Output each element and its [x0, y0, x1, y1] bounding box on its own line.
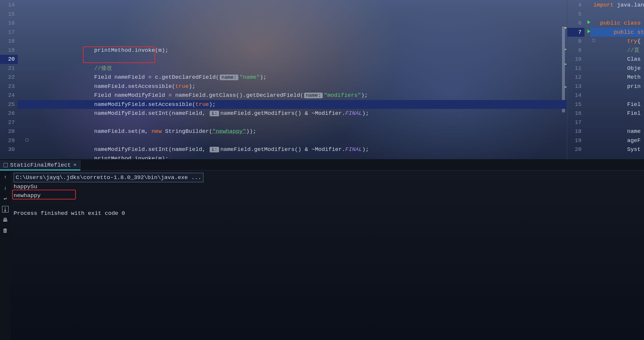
code-row[interactable]: public stati	[590, 28, 644, 37]
right-gutter[interactable]: 4567891011121314151617181920	[567, 0, 584, 159]
line-number[interactable]: 30	[0, 145, 18, 154]
console-line-highlighted: newhappy	[14, 192, 41, 199]
code-row[interactable]: printMethod.invoke(m);	[18, 46, 567, 55]
code-row[interactable]: Field nameField = c.getDeclaredField(nam…	[18, 73, 567, 82]
line-number[interactable]: 5	[567, 10, 584, 19]
editor-split: 1415161718192021222324252627282930 print…	[0, 0, 644, 159]
line-number[interactable]: 19	[567, 136, 584, 145]
line-number[interactable]: 14	[0, 1, 18, 10]
line-number[interactable]: 22	[0, 73, 18, 82]
clear-icon[interactable]: 🗑	[2, 227, 9, 234]
code-row[interactable]	[18, 118, 567, 127]
line-number[interactable]: 11	[567, 64, 584, 73]
line-number[interactable]: 20	[0, 55, 18, 64]
print-icon[interactable]: 🖶	[2, 217, 9, 223]
code-row[interactable]: ageF	[590, 136, 644, 145]
code-row[interactable]: printMethod.invoke(m);	[18, 154, 567, 159]
console-tab[interactable]: StaticFinalReflect ×	[0, 160, 81, 170]
code-row[interactable]: Syst	[590, 145, 644, 154]
code-row[interactable]: //修改	[18, 64, 567, 73]
line-number[interactable]: 26	[0, 109, 18, 118]
code-row[interactable]: //直	[590, 46, 644, 55]
code-row[interactable]: nameField.setAccessible(true);	[18, 82, 567, 91]
code-row[interactable]: nameModifyField.setAccessible(true);	[18, 100, 567, 109]
code-row[interactable]: Meth	[590, 73, 644, 82]
tab-icon	[4, 163, 8, 167]
line-number[interactable]: 28	[0, 127, 18, 136]
right-code[interactable]: import java.lang public class Fi public …	[584, 0, 644, 159]
code-row[interactable]	[18, 55, 567, 64]
line-number[interactable]: 19	[0, 46, 18, 55]
code-row[interactable]	[590, 10, 644, 19]
code-row[interactable]: Fiel	[590, 109, 644, 118]
line-number[interactable]: 17	[567, 118, 584, 127]
line-number[interactable]: 23	[0, 82, 18, 91]
line-number[interactable]: 13	[567, 82, 584, 91]
editor-right-pane: 4567891011121314151617181920 import java…	[567, 0, 644, 159]
console-line: happySu	[14, 183, 37, 190]
left-code[interactable]: printMethod.invoke(m); //修改 Field nameFi…	[18, 0, 567, 159]
line-number[interactable]: 24	[0, 91, 18, 100]
line-number[interactable]: 18	[0, 37, 18, 46]
line-number[interactable]: 14	[567, 91, 584, 100]
code-row[interactable]: try{	[590, 37, 644, 46]
console-tabbar: StaticFinalReflect ×	[0, 159, 644, 170]
line-number[interactable]: 6	[567, 19, 584, 28]
code-row[interactable]: Fiel	[590, 100, 644, 109]
line-number[interactable]: 10	[567, 55, 584, 64]
line-number[interactable]: 27	[0, 118, 18, 127]
code-row[interactable]: public class Fi	[590, 19, 644, 28]
code-row[interactable]: nameField.set(m, new StringBuilder("newh…	[18, 127, 567, 136]
console-body: ↑ ↓ ↩ ⭳ 🖶 🗑 C:\Users\jayq\.jdks\corretto…	[0, 170, 644, 340]
line-number[interactable]: 9	[567, 46, 584, 55]
code-row[interactable]	[590, 118, 644, 127]
code-row[interactable]: nameModifyField.setInt(nameField, i:name…	[18, 145, 567, 154]
code-row[interactable]: nameModifyField.setInt(nameField, i:name…	[18, 109, 567, 118]
line-number[interactable]: 12	[567, 73, 584, 82]
code-row[interactable]: Field nameModifyField = nameField.getCla…	[18, 91, 567, 100]
line-number[interactable]: 16	[567, 109, 584, 118]
line-number[interactable]: 20	[567, 145, 584, 154]
line-number[interactable]: 17	[0, 28, 18, 37]
code-row[interactable]: prin	[590, 82, 644, 91]
softwrap-icon[interactable]: ↩	[2, 195, 9, 202]
run-tool-window: StaticFinalReflect × ↑ ↓ ↩ ⭳ 🖶 🗑 C:\User…	[0, 159, 644, 340]
line-number[interactable]: 15	[567, 100, 584, 109]
code-row[interactable]: Clas	[590, 55, 644, 64]
editor-left-pane: 1415161718192021222324252627282930 print…	[0, 0, 567, 159]
left-gutter[interactable]: 1415161718192021222324252627282930	[0, 0, 18, 159]
console-command-line: C:\Users\jayq\.jdks\corretto-1.8.0_392\b…	[14, 173, 203, 182]
console-exit-line: Process finished with exit code 0	[14, 210, 125, 217]
line-number[interactable]: 29	[0, 136, 18, 145]
close-icon[interactable]: ×	[73, 162, 76, 168]
tab-label: StaticFinalReflect	[10, 162, 71, 168]
line-number[interactable]: 25	[0, 100, 18, 109]
code-row[interactable]: Obje	[590, 64, 644, 73]
code-row[interactable]: name	[590, 127, 644, 136]
code-row[interactable]: import java.lang	[590, 1, 644, 10]
line-number[interactable]: 15	[0, 10, 18, 19]
scroll-to-end-icon[interactable]: ⭳	[2, 206, 9, 212]
scroll-down-icon[interactable]: ↓	[2, 185, 9, 191]
code-row[interactable]	[18, 136, 567, 145]
line-number[interactable]: 8	[567, 37, 584, 46]
line-number[interactable]: 7	[567, 28, 584, 37]
code-row[interactable]	[590, 91, 644, 100]
line-number[interactable]: 18	[567, 127, 584, 136]
line-number[interactable]: 21	[0, 64, 18, 73]
console-output[interactable]: C:\Users\jayq\.jdks\corretto-1.8.0_392\b…	[11, 170, 644, 340]
scroll-up-icon[interactable]: ↑	[2, 174, 9, 181]
line-number[interactable]: 4	[567, 1, 584, 10]
line-number[interactable]: 16	[0, 19, 18, 28]
console-toolbar: ↑ ↓ ↩ ⭳ 🖶 🗑	[0, 170, 11, 340]
